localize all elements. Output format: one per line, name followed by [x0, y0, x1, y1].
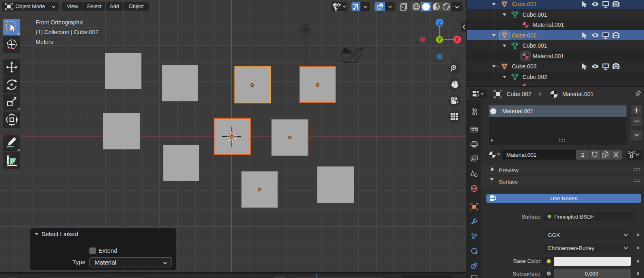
svg-text:Cube.001: Cube.001 — [512, 1, 537, 7]
svg-text:Material.001: Material.001 — [502, 108, 533, 114]
svg-text:Material.001: Material.001 — [506, 152, 536, 158]
svg-text:Principled BSDF: Principled BSDF — [554, 214, 594, 220]
svg-text:Use Nodes: Use Nodes — [551, 195, 578, 201]
svg-text:Surface: Surface — [499, 179, 518, 185]
svg-text:Material.001: Material.001 — [533, 22, 564, 28]
svg-text:Cube.002: Cube.002 — [523, 74, 547, 80]
svg-text:Surface: Surface — [521, 214, 540, 220]
svg-text:Subsurface: Subsurface — [513, 271, 540, 277]
svg-text:Cube.001: Cube.001 — [523, 42, 547, 49]
svg-text:Preview: Preview — [499, 167, 518, 173]
svg-text:Christensen-Burley: Christensen-Burley — [548, 245, 594, 251]
svg-text:Y: Y — [438, 36, 442, 43]
svg-text:X: X — [455, 36, 459, 43]
svg-text:Cube.001: Cube.001 — [523, 11, 547, 18]
svg-text:Cube.002: Cube.002 — [512, 32, 537, 39]
svg-text:2: 2 — [581, 152, 584, 158]
svg-text:Material.001: Material.001 — [533, 53, 564, 59]
svg-text:0.000: 0.000 — [585, 271, 598, 277]
svg-text:Material.001: Material.001 — [562, 91, 594, 97]
svg-text:Cube.002: Cube.002 — [507, 91, 531, 97]
svg-text:Z: Z — [438, 20, 442, 26]
svg-text:GGX: GGX — [548, 232, 560, 238]
svg-text:Base Color: Base Color — [513, 258, 540, 264]
svg-text:Cube.003: Cube.003 — [512, 63, 537, 70]
